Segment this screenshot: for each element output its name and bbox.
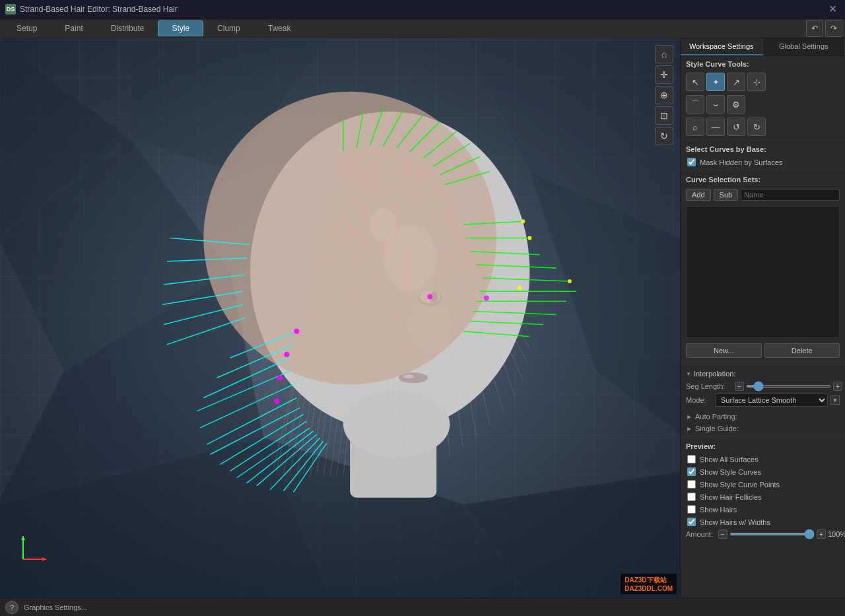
svg-point-20 bbox=[403, 374, 414, 378]
new-set-button[interactable]: New... bbox=[686, 343, 762, 358]
auto-parting-label: Auto Parting: bbox=[695, 413, 737, 421]
sub-set-button[interactable]: Sub bbox=[714, 189, 739, 201]
preview-label: Preview: bbox=[681, 440, 845, 453]
set-name-input[interactable] bbox=[741, 189, 840, 201]
add-set-button[interactable]: Add bbox=[686, 189, 711, 201]
tab-tweak[interactable]: Tweak bbox=[254, 20, 305, 36]
show-style-curve-points-checkbox[interactable] bbox=[687, 480, 696, 489]
mode-row: Mode: Surface Lattice Smooth Linear Smoo… bbox=[681, 392, 845, 408]
seg-length-slider-container: − + 1.00 bbox=[735, 382, 845, 391]
amount-slider[interactable] bbox=[729, 533, 815, 535]
svg-point-71 bbox=[427, 294, 432, 299]
seg-length-plus[interactable]: + bbox=[833, 382, 842, 391]
redo-button[interactable]: ↷ bbox=[825, 20, 842, 37]
line-tool-button[interactable]: — bbox=[706, 118, 725, 136]
mode-dropdown-arrow[interactable]: ▼ bbox=[830, 395, 840, 405]
viewport-3d[interactable]: ⌂ ✛ ⊕ ⊡ ↻ DAZ3D下载站 DAZ3DDL.COM bbox=[0, 38, 680, 598]
amount-minus[interactable]: − bbox=[718, 530, 727, 539]
amount-slider-container: − + 100% bbox=[718, 530, 845, 539]
app-icon: DS bbox=[5, 4, 16, 15]
redo-curve-button[interactable]: ↻ bbox=[747, 118, 766, 136]
show-style-curves-label: Show Style Curves bbox=[700, 468, 761, 476]
select-curves-label: Select Curves by Base: bbox=[681, 141, 845, 156]
settings-tool-button[interactable]: ⚙ bbox=[727, 95, 745, 114]
interp-collapse-icon: ▼ bbox=[686, 371, 691, 377]
move-nav-button[interactable]: ✛ bbox=[655, 65, 673, 84]
amount-plus[interactable]: + bbox=[817, 530, 826, 539]
hair-visualization bbox=[0, 38, 680, 598]
svg-point-12 bbox=[343, 391, 450, 458]
title-text: Strand-Based Hair Editor: Strand-Based H… bbox=[20, 5, 178, 14]
graphics-settings-button[interactable]: Graphics Settings... bbox=[24, 603, 87, 611]
interpolation-label: Interpolation: bbox=[694, 370, 736, 378]
main-content: ⌂ ✛ ⊕ ⊡ ↻ DAZ3D下载站 DAZ3DDL.COM Workspace… bbox=[0, 38, 845, 598]
show-all-surfaces-label: Show All Surfaces bbox=[700, 456, 759, 463]
svg-point-44 bbox=[518, 286, 522, 290]
curve-tools-row3: ⌕ — ↺ ↻ bbox=[681, 116, 845, 138]
tab-global-settings[interactable]: Global Settings bbox=[763, 38, 846, 55]
show-style-curve-points-label: Show Style Curve Points bbox=[700, 481, 780, 489]
tab-bar: Setup Paint Distribute Style Clump Tweak… bbox=[0, 18, 845, 38]
svg-point-68 bbox=[284, 352, 289, 357]
mask-hidden-label: Mask Hidden by Surfaces bbox=[700, 158, 782, 166]
help-button[interactable]: ? bbox=[5, 601, 18, 614]
single-guide-row[interactable]: ▶ Single Guide: bbox=[681, 423, 845, 434]
transform-tool-button[interactable]: ↗ bbox=[727, 73, 745, 91]
statusbar: ? Graphics Settings... bbox=[0, 598, 845, 616]
curl-tool-button[interactable]: ⌣ bbox=[706, 95, 725, 114]
tab-setup[interactable]: Setup bbox=[3, 20, 51, 36]
tab-distribute[interactable]: Distribute bbox=[97, 20, 158, 36]
svg-marker-112 bbox=[42, 557, 46, 561]
tab-workspace-settings[interactable]: Workspace Settings bbox=[681, 38, 763, 55]
tab-clump[interactable]: Clump bbox=[203, 20, 254, 36]
svg-point-67 bbox=[294, 329, 299, 334]
show-all-surfaces-checkbox[interactable] bbox=[687, 455, 696, 463]
tab-style[interactable]: Style bbox=[158, 20, 203, 36]
curve-tools-row1: ↖ ✦ ↗ ⊹ bbox=[681, 71, 845, 93]
watermark: DAZ3D下载站 DAZ3DDL.COM bbox=[621, 574, 677, 594]
delete-set-button[interactable]: Delete bbox=[764, 343, 840, 358]
show-style-curve-points-row: Show Style Curve Points bbox=[681, 478, 845, 491]
svg-point-42 bbox=[521, 219, 525, 223]
auto-parting-row[interactable]: ▶ Auto Parting: bbox=[681, 411, 845, 423]
mode-select[interactable]: Surface Lattice Smooth Linear Smooth bbox=[715, 394, 828, 407]
mode-label: Mode: bbox=[686, 396, 712, 404]
zoom-nav-button[interactable]: ⊕ bbox=[655, 86, 673, 104]
watermark-line1: DAZ3D下载站 bbox=[625, 576, 673, 585]
select-point-tool-button[interactable]: ✦ bbox=[706, 73, 725, 91]
home-nav-button[interactable]: ⌂ bbox=[655, 45, 673, 63]
close-button[interactable]: ✕ bbox=[826, 3, 840, 15]
curve-sets-list bbox=[686, 206, 840, 338]
seg-length-minus[interactable]: − bbox=[735, 382, 744, 391]
axis-svg bbox=[13, 530, 53, 569]
show-hair-follicles-checkbox[interactable] bbox=[687, 493, 696, 501]
set-action-row: New... Delete bbox=[681, 341, 845, 360]
add-point-tool-button[interactable]: ⌕ bbox=[686, 118, 704, 136]
show-style-curves-checkbox[interactable] bbox=[687, 467, 696, 476]
curve-selection-sets-label: Curve Selection Sets: bbox=[681, 172, 845, 186]
svg-point-21 bbox=[203, 92, 496, 385]
show-hairs-checkbox[interactable] bbox=[687, 505, 696, 514]
create-tool-button[interactable]: ⊹ bbox=[747, 73, 766, 91]
seg-length-label: Seg Length: bbox=[686, 382, 732, 390]
mask-hidden-row: Mask Hidden by Surfaces bbox=[681, 156, 845, 168]
select-tool-button[interactable]: ↖ bbox=[686, 73, 704, 91]
titlebar: DS Strand-Based Hair Editor: Strand-Base… bbox=[0, 0, 845, 18]
nav-tools: ⌂ ✛ ⊕ ⊡ ↻ bbox=[655, 45, 673, 145]
seg-length-slider[interactable] bbox=[746, 385, 831, 388]
axis-indicator bbox=[13, 530, 53, 571]
interpolation-header[interactable]: ▼ Interpolation: bbox=[681, 367, 845, 380]
svg-marker-114 bbox=[21, 536, 25, 540]
right-panel: Workspace Settings Global Settings Style… bbox=[680, 38, 845, 598]
panel-tabs: Workspace Settings Global Settings bbox=[681, 38, 845, 56]
svg-point-70 bbox=[274, 399, 279, 404]
show-hairs-widths-checkbox[interactable] bbox=[687, 518, 696, 526]
show-all-surfaces-row: Show All Surfaces bbox=[681, 453, 845, 465]
undo-curve-button[interactable]: ↺ bbox=[727, 118, 745, 136]
mask-hidden-checkbox[interactable] bbox=[687, 158, 696, 166]
undo-button[interactable]: ↶ bbox=[806, 20, 823, 37]
smooth-tool-button[interactable]: ⌒ bbox=[686, 95, 704, 114]
tab-paint[interactable]: Paint bbox=[51, 20, 96, 36]
orbit-nav-button[interactable]: ↻ bbox=[655, 127, 673, 145]
fit-nav-button[interactable]: ⊡ bbox=[655, 106, 673, 125]
